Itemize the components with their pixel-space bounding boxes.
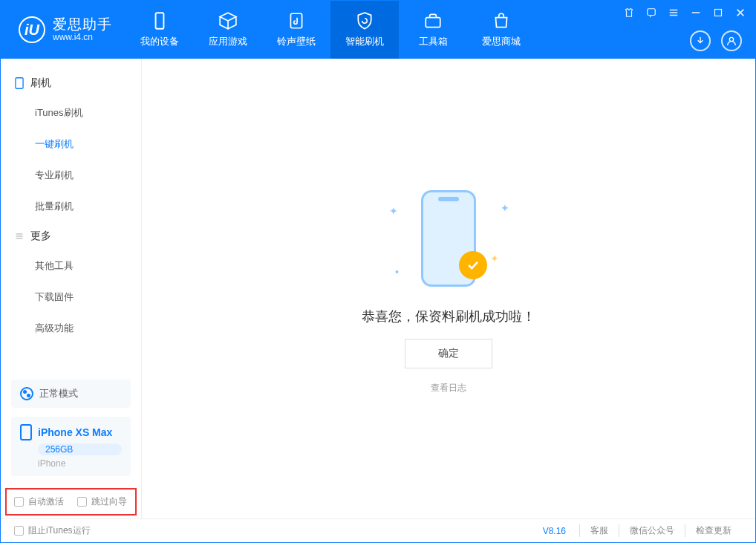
- device-mode-box[interactable]: 正常模式: [11, 380, 131, 408]
- normal-mode-icon: [20, 387, 33, 400]
- footer-link-update[interactable]: 检查更新: [685, 524, 742, 537]
- device-name: iPhone XS Max: [38, 426, 112, 438]
- mode-label: 正常模式: [39, 387, 78, 400]
- feedback-icon[interactable]: [645, 7, 657, 19]
- app-header: iU 爱思助手 www.i4.cn 我的设备 应用游戏 铃声壁纸 智能刷机 工具…: [1, 1, 755, 59]
- section-title: 刷机: [30, 77, 51, 90]
- svg-rect-3: [648, 9, 656, 16]
- sidebar-section-flash: 刷机: [1, 69, 141, 97]
- list-icon: [14, 231, 25, 241]
- section-title: 更多: [30, 230, 51, 243]
- sparkle-icon: •: [395, 266, 399, 278]
- sidebar-item-oneclick-flash[interactable]: 一键刷机: [1, 129, 141, 160]
- success-message: 恭喜您，保资料刷机成功啦！: [362, 308, 535, 325]
- top-nav: 我的设备 应用游戏 铃声壁纸 智能刷机 工具箱 爱思商城: [126, 1, 535, 59]
- svg-rect-4: [715, 10, 722, 16]
- nav-label: 爱思商城: [482, 35, 521, 48]
- status-bar: 阻止iTunes运行 V8.16 客服 微信公众号 检查更新: [1, 518, 755, 542]
- sparkle-icon: ✦: [389, 205, 398, 217]
- logo: iU 爱思助手 www.i4.cn: [1, 16, 126, 43]
- sidebar-section-more: 更多: [1, 222, 141, 250]
- chk-label: 跳过向导: [91, 495, 127, 508]
- device-icon: [20, 424, 32, 440]
- logo-icon: iU: [19, 16, 45, 43]
- device-type: iPhone: [38, 458, 122, 469]
- menu-icon[interactable]: [668, 7, 680, 19]
- sidebar-item-batch-flash[interactable]: 批量刷机: [1, 191, 141, 222]
- nav-my-device[interactable]: 我的设备: [126, 1, 194, 59]
- check-badge-icon: [459, 251, 487, 279]
- skip-guide-checkbox[interactable]: 跳过向导: [77, 495, 127, 508]
- svg-point-5: [729, 37, 733, 41]
- chk-label: 阻止iTunes运行: [28, 524, 91, 537]
- download-button[interactable]: [690, 30, 711, 51]
- music-file-icon: [287, 11, 306, 30]
- phone-icon: [150, 11, 169, 30]
- nav-label: 我的设备: [140, 35, 179, 48]
- nav-smart-flash[interactable]: 智能刷机: [330, 1, 399, 59]
- sidebar: 刷机 iTunes刷机 一键刷机 专业刷机 批量刷机 更多 其他工具 下载固件 …: [1, 59, 142, 518]
- body: 刷机 iTunes刷机 一键刷机 专业刷机 批量刷机 更多 其他工具 下载固件 …: [1, 59, 755, 518]
- sidebar-item-itunes-flash[interactable]: iTunes刷机: [1, 97, 141, 129]
- sparkle-icon: ✦: [501, 202, 509, 214]
- window-controls: [623, 7, 746, 19]
- toolbox-icon: [423, 11, 443, 30]
- nav-label: 铃声壁纸: [277, 35, 316, 48]
- highlighted-options: 自动激活 跳过向导: [5, 488, 137, 516]
- minimize-icon[interactable]: [690, 7, 702, 19]
- svg-rect-0: [156, 13, 164, 29]
- sidebar-item-other-tools[interactable]: 其他工具: [1, 250, 141, 282]
- nav-toolbox[interactable]: 工具箱: [399, 1, 467, 59]
- device-capacity: 256GB: [38, 443, 122, 455]
- phone-outline-icon: [14, 78, 25, 88]
- footer-link-wechat[interactable]: 微信公众号: [619, 524, 685, 537]
- chk-label: 自动激活: [28, 495, 64, 508]
- main-content: ✦ ✦ • ✦ 恭喜您，保资料刷机成功啦！ 确定 查看日志: [142, 59, 755, 518]
- app-url: www.i4.cn: [53, 33, 112, 42]
- shirt-icon[interactable]: [623, 7, 635, 19]
- close-icon[interactable]: [734, 7, 746, 19]
- bag-icon: [492, 11, 511, 30]
- nav-store[interactable]: 爱思商城: [467, 1, 535, 59]
- svg-rect-1: [290, 13, 302, 28]
- cube-icon: [218, 11, 238, 30]
- footer-link-support[interactable]: 客服: [579, 524, 619, 537]
- app-name: 爱思助手: [53, 17, 112, 33]
- success-illustration: ✦ ✦ • ✦: [382, 183, 515, 294]
- sparkle-icon: ✦: [490, 253, 499, 264]
- auto-activate-checkbox[interactable]: 自动激活: [14, 495, 64, 508]
- maximize-icon[interactable]: [712, 7, 724, 19]
- version-label: V8.16: [543, 526, 566, 536]
- nav-label: 智能刷机: [345, 35, 384, 48]
- nav-apps-games[interactable]: 应用游戏: [194, 1, 262, 59]
- sidebar-item-advanced[interactable]: 高级功能: [1, 313, 141, 344]
- user-button[interactable]: [721, 30, 742, 51]
- shield-refresh-icon: [355, 11, 374, 30]
- view-log-link[interactable]: 查看日志: [431, 382, 466, 394]
- nav-label: 应用游戏: [209, 35, 247, 48]
- header-right-buttons: [690, 30, 742, 51]
- svg-rect-6: [16, 78, 23, 89]
- sidebar-item-pro-flash[interactable]: 专业刷机: [1, 160, 141, 191]
- ok-button[interactable]: 确定: [405, 339, 492, 368]
- nav-ringtones-wallpapers[interactable]: 铃声壁纸: [262, 1, 330, 59]
- device-info-box[interactable]: iPhone XS Max 256GB iPhone: [11, 417, 131, 476]
- sidebar-item-download-firmware[interactable]: 下载固件: [1, 282, 141, 313]
- nav-label: 工具箱: [419, 35, 448, 48]
- logo-text: 爱思助手 www.i4.cn: [53, 17, 112, 42]
- svg-rect-2: [426, 18, 440, 27]
- block-itunes-checkbox[interactable]: 阻止iTunes运行: [14, 524, 91, 537]
